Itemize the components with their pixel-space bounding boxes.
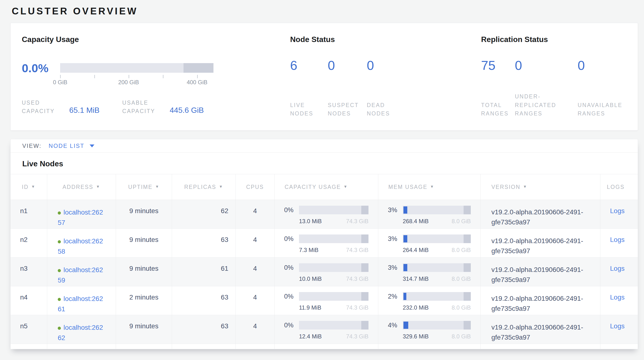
cell-version: v19.2.0-alpha.20190606-2491-gfe735c9a97 <box>480 315 600 344</box>
memory-bar-end-segment <box>464 206 471 214</box>
column-header-id[interactable]: ID▼ <box>10 174 47 200</box>
cell-version: v19.2.0-alpha.20190606-2491-gfe735c9a97 <box>480 200 600 229</box>
cell-logs: Logs <box>600 229 638 257</box>
live-nodes-label: LIVE NODES <box>290 101 328 118</box>
memory-total: 8.0 GiB <box>452 276 471 282</box>
used-capacity-value: 65.1 MiB <box>69 106 100 115</box>
cell-version: v19.2.0-alpha.20190606-2491-gfe735c9a97 <box>480 258 600 286</box>
capacity-bar <box>299 206 368 214</box>
partial-cell <box>274 344 378 349</box>
partial-cell <box>10 344 47 349</box>
column-header-version[interactable]: VERSION▼ <box>480 174 600 200</box>
capacity-used: 11.9 MiB <box>299 304 321 311</box>
cell-uptime: 9 minutes <box>116 258 172 286</box>
column-label: CAPACITY USAGE <box>284 184 341 190</box>
capacity-used: 10.0 MiB <box>299 276 322 282</box>
logs-link[interactable]: Logs <box>610 293 624 301</box>
cell-logs: Logs <box>600 315 638 344</box>
memory-bar-track <box>403 263 471 272</box>
column-header-cpus: CPUS <box>236 174 274 200</box>
memory-bar-end-segment <box>464 263 471 272</box>
axis-tick <box>197 75 198 78</box>
capacity-percent: 0% <box>284 206 299 214</box>
capacity-total: 74.3 GiB <box>346 276 368 282</box>
column-header-capacity-usage[interactable]: CAPACITY USAGE▼ <box>274 174 378 200</box>
cell-mem-usage: 2% 232.0 MiB 8.0 GiB <box>378 286 480 315</box>
unavailable-ranges-label: UNAVAILABLE RANGES <box>578 101 635 118</box>
column-header-replicas[interactable]: REPLICAS▼ <box>172 174 236 200</box>
cell-id: n2 <box>10 229 47 257</box>
view-dropdown[interactable]: NODE LIST <box>49 142 84 149</box>
capacity-usage-section: Capacity Usage 0.0% 0 GiB 200 GiB 400 Gi… <box>22 35 290 130</box>
column-label: LOGS <box>607 184 624 190</box>
logs-link[interactable]: Logs <box>610 207 624 215</box>
cell-address: localhost:26259 <box>47 258 116 286</box>
cell-replicas: 63 <box>172 229 236 257</box>
capacity-bar-track <box>299 263 368 272</box>
column-label: CPUS <box>246 184 264 190</box>
live-nodes-value: 6 <box>290 59 328 72</box>
logs-link[interactable]: Logs <box>610 265 624 272</box>
capacity-bar-end-segment <box>361 235 368 243</box>
memory-percent: 3% <box>388 206 403 214</box>
partial-cell <box>116 344 172 349</box>
cell-cpus: 4 <box>236 200 274 229</box>
column-header-uptime[interactable]: UPTIME▼ <box>116 174 172 200</box>
live-nodes-card: VIEW: NODE LIST Live Nodes ID▼ADDRESS▼UP… <box>10 139 638 349</box>
under-replicated-ranges-value: 0 <box>515 59 578 72</box>
cell-capacity-usage: 0% 7.3 MiB 74.3 GiB <box>274 229 378 257</box>
memory-bar-track <box>403 235 471 243</box>
logs-link[interactable]: Logs <box>610 322 624 330</box>
memory-bar <box>403 235 471 243</box>
column-label: VERSION <box>492 184 520 190</box>
capacity-bar <box>299 292 368 301</box>
memory-percent: 4% <box>388 321 403 329</box>
capacity-bar-chart: 0 GiB 200 GiB 400 GiB <box>60 63 214 84</box>
capacity-total: 74.3 GiB <box>346 247 368 253</box>
memory-total: 8.0 GiB <box>452 333 471 340</box>
memory-bar <box>403 206 471 214</box>
capacity-bar <box>299 235 368 243</box>
column-label: UPTIME <box>128 184 152 190</box>
memory-bar-fill <box>404 293 406 300</box>
capacity-bar-end-segment <box>361 206 368 214</box>
memory-percent: 3% <box>388 263 403 272</box>
capacity-used: 7.3 MiB <box>299 247 318 253</box>
column-header-mem-usage[interactable]: MEM USAGE▼ <box>378 174 480 200</box>
cell-cpus: 4 <box>236 286 274 315</box>
capacity-bar-track <box>299 206 368 214</box>
column-header-address[interactable]: ADDRESS▼ <box>47 174 116 200</box>
table-row: n5 localhost:26262 9 minutes 63 4 0% 12.… <box>10 315 638 344</box>
partial-cell <box>600 344 638 349</box>
memory-used: 232.0 MiB <box>403 304 428 311</box>
capacity-bar-track <box>299 321 368 329</box>
cell-mem-usage: 3% 264.4 MiB 8.0 GiB <box>378 229 480 257</box>
memory-bar-track <box>403 321 471 329</box>
address-link[interactable]: localhost:26262 <box>58 324 103 341</box>
address-link[interactable]: localhost:26257 <box>58 209 103 226</box>
address-link[interactable]: localhost:26258 <box>58 237 103 255</box>
cell-address: localhost:26257 <box>47 200 116 229</box>
memory-bar-fill <box>404 235 407 242</box>
capacity-bar-end-segment <box>361 292 368 301</box>
cell-replicas: 61 <box>172 258 236 286</box>
partial-cell <box>480 344 600 349</box>
axis-tick-label: 400 GiB <box>187 79 208 86</box>
capacity-used: 13.0 MiB <box>299 218 322 225</box>
cell-logs: Logs <box>600 286 638 315</box>
memory-bar-fill <box>404 264 407 271</box>
cell-replicas: 62 <box>172 200 236 229</box>
column-header-logs: LOGS <box>600 174 638 200</box>
capacity-bar-track <box>299 235 368 243</box>
chevron-down-icon[interactable] <box>90 144 94 147</box>
total-ranges-value: 75 <box>481 59 515 72</box>
logs-link[interactable]: Logs <box>610 236 624 243</box>
capacity-used: 12.4 MiB <box>299 333 322 340</box>
cell-version: v19.2.0-alpha.20190606-2491-gfe735c9a97 <box>480 229 600 257</box>
total-ranges-metric: 75 TOTAL RANGES <box>481 59 515 118</box>
address-link[interactable]: localhost:26259 <box>58 266 103 284</box>
address-link[interactable]: localhost:26261 <box>58 295 103 313</box>
memory-total: 8.0 GiB <box>452 218 471 225</box>
partial-cell <box>47 344 116 349</box>
usable-capacity-stat: USABLE CAPACITY 445.6 GiB <box>122 99 204 115</box>
